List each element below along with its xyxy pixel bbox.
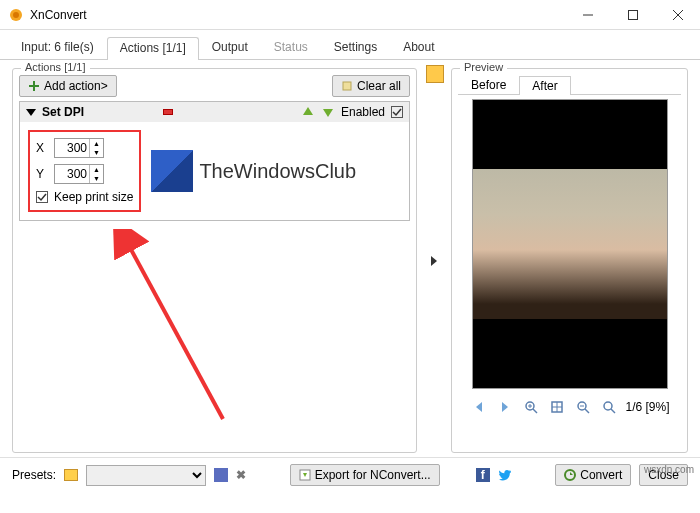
export-label: Export for NConvert... (315, 468, 431, 482)
preview-folder-icon[interactable] (426, 65, 444, 83)
presets-label: Presets: (12, 468, 56, 482)
svg-line-24 (585, 409, 589, 413)
action-item: Set DPI Enabled X ▲▼ (19, 101, 410, 221)
delete-preset-icon[interactable]: ✖ (236, 468, 246, 482)
x-down[interactable]: ▼ (90, 148, 103, 157)
zoom-out-button[interactable] (573, 397, 593, 417)
twitter-icon[interactable] (498, 468, 512, 482)
source-watermark: wsxdn.com (644, 464, 694, 475)
bottom-bar: Presets: ✖ Export for NConvert... f Conv… (0, 457, 700, 492)
svg-line-27 (611, 409, 615, 413)
plus-icon (28, 80, 40, 92)
convert-icon (564, 469, 576, 481)
tab-actions[interactable]: Actions [1/1] (107, 37, 199, 60)
zoom-in-button[interactable] (521, 397, 541, 417)
svg-rect-8 (343, 82, 351, 90)
preview-image (472, 99, 668, 389)
svg-point-26 (604, 402, 612, 410)
export-nconvert-button[interactable]: Export for NConvert... (290, 464, 440, 486)
enabled-checkbox[interactable] (391, 106, 403, 118)
app-icon (8, 7, 24, 23)
preview-counter: 1/6 [9%] (625, 400, 669, 414)
svg-rect-7 (29, 85, 39, 87)
x-up[interactable]: ▲ (90, 139, 103, 148)
preview-photo (473, 169, 667, 319)
prev-image-button[interactable] (469, 397, 489, 417)
annotation-arrow (113, 229, 233, 429)
facebook-icon[interactable]: f (476, 468, 490, 482)
convert-label: Convert (580, 468, 622, 482)
x-input[interactable] (55, 139, 89, 157)
watermark-overlay: TheWindowsClub (151, 150, 356, 192)
expand-arrow[interactable] (425, 68, 443, 453)
preview-tabs: Before After (458, 75, 681, 95)
close-window-button[interactable] (655, 0, 700, 30)
maximize-button[interactable] (610, 0, 655, 30)
svg-marker-10 (323, 109, 333, 117)
action-body: X ▲▼ Y ▲▼ (20, 122, 409, 220)
svg-rect-3 (628, 10, 637, 19)
move-up-icon[interactable] (301, 105, 315, 119)
x-spin[interactable]: ▲▼ (54, 138, 104, 158)
preset-select[interactable] (86, 465, 206, 486)
titlebar: XnConvert (0, 0, 700, 30)
tab-status[interactable]: Status (261, 36, 321, 59)
preview-legend: Preview (460, 61, 507, 73)
svg-point-1 (13, 12, 19, 18)
window-title: XnConvert (30, 8, 565, 22)
dpi-params: X ▲▼ Y ▲▼ (28, 130, 141, 212)
watermark-logo-icon (151, 150, 193, 192)
move-down-icon[interactable] (321, 105, 335, 119)
save-preset-icon[interactable] (214, 468, 228, 482)
y-down[interactable]: ▼ (90, 174, 103, 183)
y-spin[interactable]: ▲▼ (54, 164, 104, 184)
watermark-text: TheWindowsClub (199, 160, 356, 183)
tab-about[interactable]: About (390, 36, 447, 59)
y-up[interactable]: ▲ (90, 165, 103, 174)
clear-all-label: Clear all (357, 79, 401, 93)
open-preset-icon[interactable] (64, 469, 78, 481)
add-action-label: Add action> (44, 79, 108, 93)
svg-line-17 (533, 409, 537, 413)
tab-input[interactable]: Input: 6 file(s) (8, 36, 107, 59)
next-image-button[interactable] (495, 397, 515, 417)
preview-fieldset: Preview Before After 1/6 [9%] (451, 68, 688, 453)
clear-icon (341, 80, 353, 92)
svg-line-12 (128, 244, 223, 419)
tab-output[interactable]: Output (199, 36, 261, 59)
actions-legend: Actions [1/1] (21, 61, 90, 73)
tab-settings[interactable]: Settings (321, 36, 390, 59)
tab-after[interactable]: After (519, 76, 570, 95)
add-action-button[interactable]: Add action> (19, 75, 117, 97)
svg-marker-15 (502, 402, 508, 412)
remove-action-icon[interactable] (163, 109, 173, 115)
y-input[interactable] (55, 165, 89, 183)
enabled-label: Enabled (341, 105, 385, 119)
y-label: Y (36, 167, 48, 181)
keep-print-checkbox[interactable] (36, 191, 48, 203)
clear-all-button[interactable]: Clear all (332, 75, 410, 97)
actions-fieldset: Actions [1/1] Add action> Clear all Set … (12, 68, 417, 453)
convert-button[interactable]: Convert (555, 464, 631, 486)
main-tabs: Input: 6 file(s) Actions [1/1] Output St… (0, 36, 700, 60)
action-name: Set DPI (42, 105, 157, 119)
svg-marker-9 (303, 107, 313, 115)
x-label: X (36, 141, 48, 155)
collapse-icon (26, 109, 36, 116)
tab-before[interactable]: Before (458, 75, 519, 94)
svg-marker-14 (476, 402, 482, 412)
action-header[interactable]: Set DPI Enabled (20, 102, 409, 122)
zoom-actual-button[interactable] (599, 397, 619, 417)
svg-marker-31 (570, 472, 573, 475)
export-icon (299, 469, 311, 481)
svg-marker-13 (431, 256, 437, 266)
zoom-fit-button[interactable] (547, 397, 567, 417)
keep-print-label: Keep print size (54, 190, 133, 204)
minimize-button[interactable] (565, 0, 610, 30)
preview-nav: 1/6 [9%] (458, 397, 681, 417)
